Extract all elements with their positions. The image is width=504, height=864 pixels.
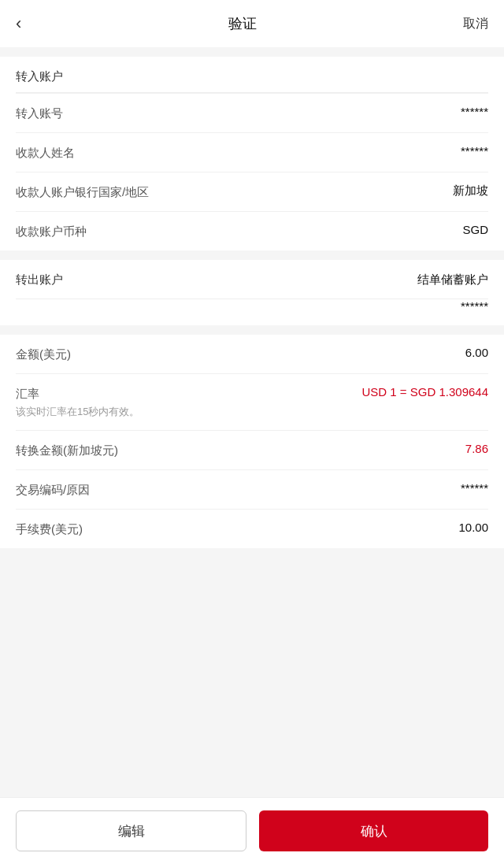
converted-amount-row: 转换金额(新加坡元) 7.86	[16, 430, 488, 469]
bottom-spacer	[0, 548, 504, 627]
fee-value: 10.00	[458, 521, 488, 534]
currency-row: 收款账户币种 SGD	[16, 211, 488, 250]
cancel-button[interactable]: 取消	[463, 16, 488, 32]
confirm-button[interactable]: 确认	[259, 810, 488, 851]
exchange-rate-label: 汇率	[16, 385, 346, 402]
payee-name-label: 收款人姓名	[16, 144, 445, 161]
amount-label: 金额(美元)	[16, 346, 450, 362]
edit-button[interactable]: 编辑	[16, 810, 246, 851]
rate-note: 该实时汇率在15秒内有效。	[16, 402, 488, 430]
account-number-value: ******	[461, 105, 488, 118]
bottom-action-bar: 编辑 确认	[0, 797, 504, 864]
amount-value: 6.00	[465, 346, 488, 359]
account-number-row: 转入账号 ******	[16, 93, 488, 132]
account-number-label: 转入账号	[16, 105, 445, 121]
bank-country-label: 收款人账户银行国家/地区	[16, 184, 437, 200]
transaction-code-row: 交易编码/原因 ******	[16, 469, 488, 509]
page-title: 验证	[228, 14, 257, 33]
currency-label: 收款账户币种	[16, 223, 447, 239]
transfer-out-label: 转出账户	[16, 273, 63, 287]
transfer-in-section: 转入账户 转入账号 ****** 收款人姓名 ****** 收款人账户银行国家/…	[0, 57, 504, 250]
payee-name-row: 收款人姓名 ******	[16, 132, 488, 172]
transfer-in-label: 转入账户	[16, 57, 488, 92]
bank-country-value: 新加坡	[453, 184, 488, 198]
converted-amount-value: 7.86	[465, 442, 488, 455]
exchange-rate-row: 汇率 USD 1 = SGD 1.309644	[16, 373, 488, 402]
transaction-code-value: ******	[461, 481, 488, 495]
currency-value: SGD	[462, 223, 488, 236]
converted-amount-label: 转换金额(新加坡元)	[16, 442, 450, 458]
amount-section: 金额(美元) 6.00 汇率 USD 1 = SGD 1.309644 该实时汇…	[0, 335, 504, 548]
app-header: ‹ 验证 取消	[0, 0, 504, 47]
fee-row: 手续费(美元) 10.00	[16, 509, 488, 548]
payee-name-value: ******	[461, 144, 488, 158]
transfer-out-account-number: ******	[16, 299, 488, 325]
back-button[interactable]: ‹	[16, 15, 21, 32]
exchange-rate-value: USD 1 = SGD 1.309644	[361, 385, 488, 399]
fee-label: 手续费(美元)	[16, 521, 443, 537]
transaction-code-label: 交易编码/原因	[16, 481, 445, 498]
transfer-out-section: 转出账户 结单储蓄账户 ******	[0, 260, 504, 325]
bank-country-row: 收款人账户银行国家/地区 新加坡	[16, 172, 488, 211]
transfer-out-account-type: 结单储蓄账户	[417, 273, 488, 287]
amount-row: 金额(美元) 6.00	[16, 335, 488, 373]
transfer-out-header: 转出账户 结单储蓄账户	[16, 260, 488, 299]
